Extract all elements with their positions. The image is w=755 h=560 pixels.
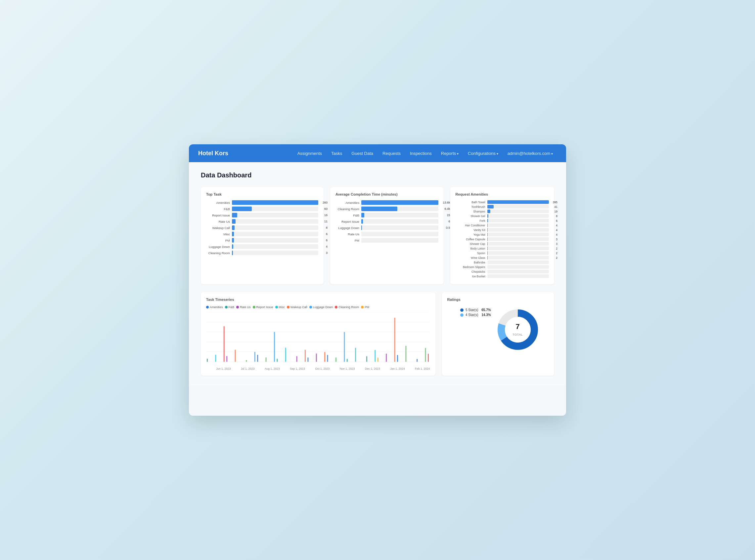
bar-label: Report Issue: [335, 220, 359, 223]
bar-row: Toothbrush 41: [455, 205, 549, 208]
svg-rect-6: [207, 359, 208, 362]
bar-track: 395: [487, 200, 549, 204]
bar-label: Luggage Down: [335, 226, 359, 230]
bar-row: Fork 6: [455, 219, 549, 222]
legend-dot: [335, 306, 338, 308]
bar-label: Spoon: [455, 252, 485, 255]
svg-rect-30: [378, 358, 379, 362]
legend-label: PM: [365, 305, 369, 309]
donut-wrapper: 7 TOTAL: [496, 308, 539, 351]
bar-row: Luggage Down 0.5: [335, 225, 438, 230]
bar-label: Shower Cap: [455, 242, 485, 245]
bar-value: 4: [556, 228, 557, 232]
nav-tasks[interactable]: Tasks: [327, 149, 346, 158]
bar-label: Vanity Kit: [455, 228, 485, 232]
timeseries-legend: AmenitiesF&BRate UsReport IssueMiscWakeu…: [206, 305, 430, 309]
legend-dot: [275, 306, 278, 308]
bar-track: 4: [487, 233, 549, 236]
timeseries-svg: [206, 312, 430, 365]
bar-track: 3: [487, 242, 549, 245]
xaxis-label: Jun 1, 2023: [216, 367, 231, 371]
xaxis-label: Sep 1, 2023: [290, 367, 305, 371]
donut-total-number: 7: [512, 322, 523, 331]
top-task-chart: Top Task Amenities 260 F&B 60 Report Iss…: [201, 187, 324, 284]
nav-reports[interactable]: Reports: [437, 149, 463, 158]
bar-row: Coffee Capsule 3: [455, 237, 549, 241]
app-window: Hotel Kors Assignments Tasks Guest Data …: [189, 144, 566, 416]
top-task-title: Top Task: [206, 192, 318, 196]
bar-row: Amenities 260: [206, 200, 318, 205]
bar-label: Bedroom Slippers: [455, 265, 485, 269]
bar-label: PM: [206, 239, 230, 242]
legend-dot: [253, 306, 256, 308]
legend-label: F&B: [229, 305, 234, 309]
bar-label: Rate Us: [206, 220, 230, 223]
svg-rect-26: [347, 359, 348, 362]
xaxis-label: Feb 1, 2024: [415, 367, 430, 371]
bar-track: 4: [487, 223, 549, 227]
bar-row: Rate Us 11: [206, 219, 318, 224]
bar-label: Fork: [455, 219, 485, 222]
bar-track: 19: [487, 209, 549, 213]
bar-label: Luggage Down: [206, 245, 230, 248]
bar-value: 2: [556, 247, 557, 250]
bar-value: 6: [326, 232, 328, 236]
legend-item: PM: [361, 305, 369, 309]
bar-track: [487, 270, 549, 273]
legend-item: Report Issue: [253, 305, 273, 309]
donut-legend-label: 4 Star(s): [466, 313, 478, 317]
bar-track: [487, 265, 549, 269]
svg-rect-32: [394, 318, 395, 362]
nav-user[interactable]: admin@hotelkors.com: [504, 149, 557, 158]
svg-rect-13: [257, 355, 258, 362]
bar-fill: [361, 206, 397, 211]
svg-rect-9: [226, 356, 227, 362]
bar-track: 11: [232, 219, 318, 224]
nav-assignments[interactable]: Assignments: [293, 149, 326, 158]
legend-item: Wakeup Call: [287, 305, 307, 309]
bar-row: Rate Us: [335, 232, 438, 236]
bar-track: 13.6k: [361, 200, 438, 205]
bar-fill: [232, 206, 252, 211]
legend-label: Wakeup Call: [290, 305, 307, 309]
bar-track: 60: [232, 206, 318, 211]
legend-label: Amenities: [210, 305, 223, 309]
legend-item: Amenities: [206, 305, 223, 309]
bar-track: 3: [232, 251, 318, 255]
svg-rect-10: [235, 350, 236, 362]
timeseries-x-axis: Jun 1, 2023Jul 1, 2023Aug 1, 2023Sep 1, …: [206, 366, 430, 371]
timeseries-title: Task Timeseries: [206, 298, 430, 301]
bar-row: Spoon 2: [455, 251, 549, 255]
nav-inspections[interactable]: Inspections: [406, 149, 436, 158]
nav-configurations[interactable]: Configurations: [464, 149, 502, 158]
bar-fill: [232, 244, 233, 249]
bar-value: 60: [324, 207, 328, 211]
bar-fill: [232, 232, 234, 236]
bar-label: F&B: [335, 214, 359, 217]
bar-value: 16: [324, 214, 328, 217]
svg-rect-19: [305, 350, 306, 362]
bar-track: 2: [487, 256, 549, 259]
bar-fill: [232, 225, 234, 230]
bar-row: Shower Gel 8: [455, 214, 549, 218]
svg-rect-11: [246, 360, 247, 362]
bar-row: Report Issue 6: [335, 219, 438, 224]
bar-fill: [487, 242, 488, 245]
bar-value: 395: [553, 201, 557, 204]
bar-label: Wakeup Call: [206, 226, 230, 230]
bar-label: Body Lotion: [455, 247, 485, 250]
nav-requests[interactable]: Requests: [379, 149, 405, 158]
avg-completion-title: Average Completion Time (minutes): [335, 192, 438, 196]
bar-fill: [361, 219, 363, 224]
bar-row: Ice Bucket: [455, 274, 549, 278]
legend-item: Cleaning Room: [335, 305, 359, 309]
bar-label: Yoga Mat: [455, 233, 485, 236]
nav-guest-data[interactable]: Guest Data: [347, 149, 377, 158]
donut-legend-dot: [460, 308, 464, 312]
bar-fill: [487, 256, 488, 259]
top-task-bars: Amenities 260 F&B 60 Report Issue 16 Rat…: [206, 200, 318, 255]
avg-completion-bars: Amenities 13.6k Cleaning Room 6.4k F&B 1…: [335, 200, 438, 243]
bar-row: Chopsticks: [455, 270, 549, 273]
bar-row: Shower Cap 3: [455, 242, 549, 245]
ratings-title: Ratings: [447, 298, 549, 301]
